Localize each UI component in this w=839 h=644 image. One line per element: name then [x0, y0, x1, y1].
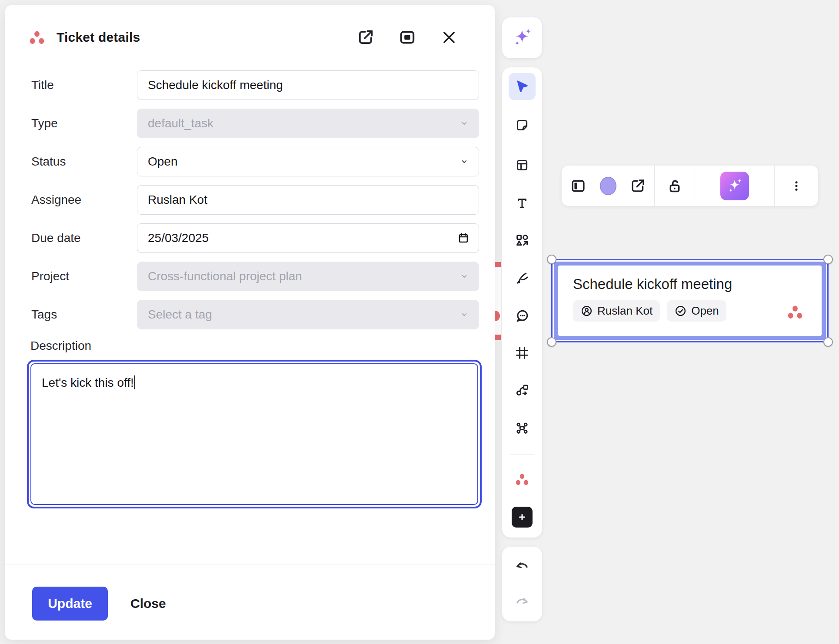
open-external-button[interactable] [356, 28, 375, 46]
chip-row: Ruslan Kot Open [573, 300, 807, 322]
form-row-tags: Tags Select a tag [31, 300, 479, 329]
status-chip: Open [667, 300, 726, 322]
asana-tool-button[interactable] [509, 466, 536, 493]
text-tool-icon [515, 196, 529, 211]
unlock-button[interactable] [662, 173, 688, 199]
focus-square-icon [398, 28, 416, 46]
tool-layout-template[interactable] [509, 152, 536, 179]
selection-handle-top-left[interactable] [547, 255, 556, 264]
pen-icon [515, 271, 529, 285]
fill-color-swatch [600, 177, 616, 195]
card-title: Schedule kickoff meeting [573, 276, 807, 292]
tool-comment[interactable] [509, 302, 536, 329]
chevron-down-icon [459, 309, 470, 320]
tool-frame[interactable] [509, 339, 536, 366]
form-row-type: Type default_task [31, 109, 479, 138]
ticket-card[interactable]: Schedule kickoff meeting Ruslan Kot O [558, 266, 822, 336]
panel-left-icon [570, 178, 586, 194]
history-panel [502, 547, 542, 621]
tool-shapes[interactable] [509, 227, 536, 254]
description-label: Description [30, 339, 91, 353]
field-label: Project [31, 269, 137, 283]
context-toolbar [562, 166, 818, 206]
description-textarea[interactable]: Let's kick this off! [30, 363, 478, 505]
context-group-shape [562, 166, 654, 206]
form-row-project: Project Cross-functional project plan [31, 262, 479, 291]
ticket-form: Title Schedule kickoff meeting Type defa… [31, 70, 479, 338]
selected-ticket-card[interactable]: Schedule kickoff meeting Ruslan Kot O [551, 259, 829, 342]
toolbar-divider [510, 455, 534, 455]
selection-handle-top-right[interactable] [823, 255, 833, 264]
plus-icon [516, 511, 528, 523]
update-button[interactable]: Update [32, 587, 108, 621]
tool-connector[interactable] [509, 377, 536, 404]
unlock-icon [666, 178, 683, 194]
comment-bubble-icon [515, 309, 529, 323]
tags-value: Select a tag [148, 308, 212, 322]
tool-select-cursor[interactable] [509, 73, 536, 100]
due-date-input[interactable]: 25/03/2025 [137, 223, 479, 253]
undo-icon [514, 559, 530, 575]
add-plugin-button[interactable] [512, 507, 533, 528]
check-circle-icon [674, 305, 687, 317]
panel-left-button[interactable] [565, 173, 591, 199]
connector-icon [515, 383, 529, 398]
tags-select: Select a tag [137, 300, 479, 329]
modal-title: Ticket details [57, 30, 140, 45]
selection-handle-bottom-right[interactable] [823, 337, 833, 347]
assignee-input[interactable]: Ruslan Kot [137, 185, 479, 215]
close-button[interactable] [440, 28, 458, 46]
form-row-status: Status Open [31, 147, 479, 176]
title-input[interactable]: Schedule kickoff meeting [137, 70, 479, 100]
redo-button[interactable] [509, 589, 536, 616]
person-icon [580, 305, 593, 317]
focus-square-button[interactable] [398, 28, 416, 46]
chevron-down-icon [459, 118, 470, 129]
field-label: Due date [31, 231, 137, 245]
description-value: Let's kick this off! [42, 376, 134, 389]
tool-panel [502, 67, 542, 538]
external-link-icon [629, 178, 646, 194]
close-icon [440, 29, 458, 46]
ai-assistant-chip[interactable] [502, 17, 542, 58]
tool-pen[interactable] [509, 265, 536, 292]
layout-template-icon [515, 158, 529, 173]
more-options-button[interactable] [783, 173, 809, 199]
field-label: Type [31, 116, 137, 130]
form-row-assignee: Assignee Ruslan Kot [31, 185, 479, 215]
status-chip-label: Open [691, 304, 719, 318]
status-select[interactable]: Open [137, 147, 479, 176]
asana-logo [513, 471, 531, 488]
project-value: Cross-functional project plan [148, 269, 302, 283]
shapes-icon [515, 233, 529, 248]
tool-node-graph[interactable] [509, 415, 536, 442]
tool-text[interactable] [509, 190, 536, 217]
chevron-down-icon [459, 156, 470, 167]
calendar-icon[interactable] [457, 232, 470, 245]
footer-divider [5, 564, 495, 564]
close-text-button[interactable]: Close [130, 596, 166, 611]
field-label: Tags [31, 308, 137, 322]
ai-sparkles-button[interactable] [720, 172, 749, 200]
form-row-title: Title Schedule kickoff meeting [31, 70, 479, 100]
sparkles-icon [512, 27, 533, 48]
ticket-details-modal: Ticket details Title Schedule kickoff [5, 5, 495, 640]
node-graph-icon [515, 421, 529, 435]
field-label: Title [31, 78, 137, 92]
tool-sticky-note[interactable] [509, 112, 536, 139]
open-external-button[interactable] [625, 173, 651, 199]
modal-header: Ticket details [27, 25, 477, 50]
select-cursor-icon [515, 79, 529, 94]
field-label: Status [31, 155, 137, 169]
chevron-down-icon [459, 271, 470, 282]
kebab-menu-icon [789, 179, 804, 193]
text-caret [134, 375, 136, 389]
due-date-value: 25/03/2025 [148, 231, 209, 245]
undo-button[interactable] [509, 554, 536, 581]
frame-icon [515, 345, 529, 360]
selection-handle-bottom-left[interactable] [547, 337, 556, 347]
assignee-chip-label: Ruslan Kot [597, 304, 653, 318]
form-row-due-date: Due date 25/03/2025 [31, 223, 479, 253]
fill-color-button[interactable] [595, 173, 621, 199]
asana-logo [27, 28, 47, 47]
